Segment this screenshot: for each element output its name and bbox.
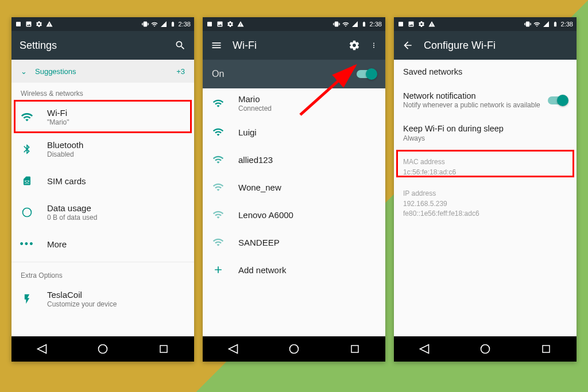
appbar: Configure Wi-Fi	[394, 31, 577, 60]
wifi-network-item[interactable]: Luigi	[203, 118, 385, 146]
sim-icon	[21, 174, 33, 187]
wifi-signal-icon	[212, 236, 225, 249]
wifi-icon	[342, 21, 349, 28]
statusbar: 2:38	[203, 17, 385, 31]
statusbar: 2:38	[394, 17, 577, 31]
wifi-signal-icon	[212, 208, 225, 221]
data-sub: 0 B of data used	[47, 214, 185, 222]
wifi-icon	[533, 21, 540, 28]
nav-back[interactable]	[35, 342, 49, 356]
phone-settings: 2:38 Settings ⌄ Suggestions +3 Wireless …	[11, 17, 194, 362]
nav-home[interactable]	[96, 342, 110, 356]
bluetooth-label: Bluetooth	[47, 140, 185, 150]
more-label: More	[47, 239, 185, 249]
battery-icon	[552, 21, 559, 28]
clock: 2:38	[561, 21, 573, 28]
battery-icon	[169, 21, 176, 28]
back-icon[interactable]	[402, 40, 413, 51]
section-extra: Extra Options	[11, 265, 194, 283]
signal-icon	[160, 21, 167, 28]
wifi-toggle[interactable]	[357, 70, 376, 78]
suggestions-row[interactable]: ⌄ Suggestions +3	[11, 60, 194, 83]
phone-wifi-list: 2:38 Wi-Fi On Mario Connected Luigi alli…	[203, 17, 385, 362]
page-title: Configure Wi-Fi	[424, 40, 568, 52]
suggestions-count: +3	[176, 67, 185, 76]
sleep-label: Keep Wi-Fi on during sleep	[403, 124, 567, 133]
network-name: Lenovo A6000	[238, 210, 376, 220]
vibrate-icon	[524, 21, 531, 28]
appbar: Settings	[11, 31, 194, 60]
wifi-network-item[interactable]: Mario Connected	[203, 88, 385, 118]
data-label: Data usage	[47, 203, 185, 213]
sleep-sub: Always	[403, 134, 567, 143]
wifi-networks-list: Mario Connected Luigi allied123 Wone_new…	[203, 88, 385, 336]
notif-icon	[15, 21, 22, 28]
bluetooth-icon	[21, 143, 33, 156]
page-title: Settings	[20, 40, 164, 52]
navbar	[11, 336, 194, 362]
vibrate-icon	[333, 21, 340, 28]
wifi-icon	[21, 111, 33, 123]
nav-recent[interactable]	[348, 342, 362, 356]
data-usage-icon	[21, 206, 33, 219]
network-name: SANDEEP	[238, 238, 376, 247]
plus-icon	[212, 263, 225, 276]
nav-back[interactable]	[226, 342, 240, 356]
sim-label: SIM cards	[47, 176, 185, 186]
item-sim[interactable]: SIM cards	[11, 165, 194, 196]
item-ip-address: IP address 192.168.5.239 fe80::1e56:feff…	[394, 183, 577, 226]
wifi-toggle-bar: On	[203, 60, 385, 88]
signal-icon	[543, 21, 550, 28]
notif-toggle[interactable]	[548, 96, 567, 104]
wifi-network-item[interactable]: Wone_new	[203, 173, 385, 201]
wifi-sub: "Mario"	[47, 118, 185, 126]
gear-icon	[227, 21, 234, 28]
nav-home[interactable]	[478, 342, 492, 356]
warning-icon	[46, 21, 53, 28]
notif-icon	[206, 21, 213, 28]
clock: 2:38	[370, 21, 382, 28]
divider	[11, 262, 194, 262]
chevron-down-icon: ⌄	[21, 67, 27, 76]
ip-label: IP address	[403, 189, 567, 199]
mac-value: 1c:56:fe:18:ad:c6	[403, 168, 567, 177]
image-icon	[25, 21, 32, 28]
network-name: Luigi	[238, 127, 376, 137]
nav-recent[interactable]	[539, 342, 553, 356]
wifi-signal-icon	[212, 181, 225, 193]
statusbar: 2:38	[11, 17, 194, 31]
gear-icon	[418, 21, 425, 28]
ip-value: 192.168.5.239 fe80::1e56:feff:fe18:adc6	[403, 199, 567, 219]
item-keep-wifi-sleep[interactable]: Keep Wi-Fi on during sleep Always	[394, 117, 577, 151]
phone-configure-wifi: 2:38 Configure Wi-Fi Saved networks Netw…	[394, 17, 577, 362]
item-bluetooth[interactable]: Bluetooth Disabled	[11, 133, 194, 165]
clock: 2:38	[179, 21, 191, 28]
page-title: Wi-Fi	[233, 40, 338, 52]
item-data-usage[interactable]: Data usage 0 B of data used	[11, 196, 194, 228]
wifi-signal-icon	[212, 97, 225, 110]
section-wireless: Wireless & networks	[11, 83, 194, 101]
wifi-network-item[interactable]: allied123	[203, 146, 385, 173]
item-wifi[interactable]: Wi-Fi "Mario"	[11, 101, 194, 133]
wifi-network-item[interactable]: Lenovo A6000	[203, 201, 385, 228]
nav-back[interactable]	[417, 342, 431, 356]
nav-recent[interactable]	[157, 342, 171, 356]
add-network-item[interactable]: Add network	[203, 256, 385, 284]
item-more[interactable]: ••• More	[11, 228, 194, 259]
tesla-label: TeslaCoil	[47, 290, 185, 300]
search-icon[interactable]	[175, 40, 186, 51]
gear-icon[interactable]	[349, 40, 360, 51]
notif-icon	[397, 21, 404, 28]
image-icon	[408, 21, 415, 28]
nav-home[interactable]	[287, 342, 301, 356]
bluetooth-sub: Disabled	[47, 150, 185, 158]
saved-label: Saved networks	[403, 67, 567, 76]
wifi-network-item[interactable]: SANDEEP	[203, 228, 385, 256]
suggestions-label: Suggestions	[35, 67, 76, 76]
item-network-notification[interactable]: Network notification Notify whenever a p…	[394, 84, 577, 117]
item-saved-networks[interactable]: Saved networks	[394, 60, 577, 84]
menu-icon[interactable]	[211, 40, 222, 51]
add-network-label: Add network	[238, 265, 376, 275]
item-teslacoil[interactable]: TeslaCoil Customize your device	[11, 283, 194, 315]
overflow-icon[interactable]	[370, 40, 377, 51]
